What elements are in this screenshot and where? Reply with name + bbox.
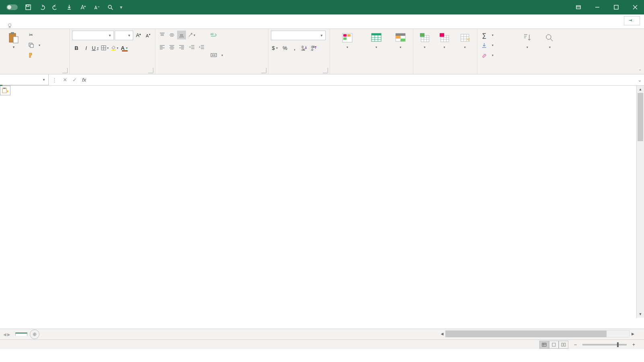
sheet-nav-next[interactable]: ▶ [7,332,10,337]
percent-format-button[interactable]: % [281,43,289,52]
svg-rect-39 [552,343,555,346]
align-top-button[interactable] [158,31,167,39]
touch-mode-button[interactable] [64,2,75,13]
font-color-button[interactable]: A▾ [120,43,129,52]
vertical-scrollbar[interactable]: ▲▼ [636,86,644,318]
svg-rect-28 [396,36,400,39]
number-format-select[interactable]: ▼ [271,31,326,40]
increase-decimal-button[interactable]: .0.00 [300,43,309,52]
redo-button[interactable] [50,2,61,13]
shrink-font-button[interactable]: A▾ [144,31,153,40]
expand-formula-bar-button[interactable]: ⌄ [635,77,644,83]
decrease-font-button[interactable] [91,2,102,13]
font-name-select[interactable]: ▼ [72,31,114,40]
conditional-formatting-button[interactable]: ▾ [332,31,363,50]
svg-rect-13 [122,50,128,51]
align-left-button[interactable] [158,43,167,51]
maximize-button[interactable] [607,0,625,14]
svg-rect-4 [614,5,618,9]
orientation-button[interactable]: ▾ [188,31,196,39]
close-button[interactable] [626,0,644,14]
svg-rect-31 [420,33,424,37]
clipboard-launcher[interactable] [62,68,68,73]
minimize-button[interactable] [588,0,606,14]
svg-rect-27 [396,33,405,36]
svg-rect-7 [11,32,14,34]
svg-rect-40 [561,343,563,346]
zoom-out-button[interactable]: − [574,342,577,348]
comma-format-button[interactable]: , [290,43,299,52]
decrease-decimal-button[interactable]: .00.0 [310,43,318,52]
collapse-ribbon-button[interactable]: ⌃ [638,69,642,73]
format-cells-button[interactable]: ▾ [455,31,475,50]
clear-button[interactable]: ▾ [480,51,515,60]
decrease-indent-button[interactable] [188,43,196,51]
font-size-select[interactable]: ▼ [115,31,133,40]
copy-button[interactable]: ▾ [27,41,43,49]
merge-center-button[interactable]: ▾ [209,51,225,60]
cell-styles-button[interactable]: ▾ [390,31,411,50]
align-center-button[interactable] [167,43,176,51]
find-select-button[interactable]: ▾ [539,31,560,50]
autosave-switch-icon [6,4,18,10]
svg-rect-22 [347,34,351,37]
align-bottom-button[interactable] [177,31,186,39]
format-painter-button[interactable] [27,51,43,60]
svg-text:ab: ab [211,33,214,35]
group-number: ▼ $▾ % , .0.00 .00.0 [268,29,330,74]
sheet-tab-bar: ◀▶ ⊕ ◀▶ [0,329,644,339]
tell-me-search[interactable] [7,23,15,29]
fill-button[interactable]: ▾ [480,41,515,49]
autosum-button[interactable]: ∑▾ [480,31,515,39]
ribbon-display-button[interactable] [569,0,587,14]
increase-indent-button[interactable] [197,43,206,51]
font-launcher[interactable] [148,68,153,73]
align-middle-button[interactable] [167,31,176,39]
borders-button[interactable]: ▾ [101,43,110,52]
grow-font-button[interactable]: A▴ [134,31,143,40]
format-as-table-button[interactable]: ▾ [364,31,389,50]
group-font: ▼ ▼ A▴ A▾ B I U▾ ▾ ▾ A▾ [70,29,155,74]
cut-button[interactable]: ✂ [27,31,43,39]
ribbon-tabs [0,14,644,29]
zoom-slider[interactable] [582,344,627,346]
share-button[interactable] [624,16,640,25]
delete-cells-button[interactable]: ▾ [436,31,454,50]
qat-customize-button[interactable]: ▾ [118,2,124,13]
sheet-nav-prev[interactable]: ◀ [3,332,6,337]
view-page-layout-button[interactable] [549,341,559,349]
view-page-break-button[interactable] [559,341,568,349]
save-button[interactable] [23,2,34,13]
paste-options-button[interactable] [0,86,10,95]
view-normal-button[interactable] [539,341,549,349]
search-icon[interactable] [105,2,116,13]
add-sheet-button[interactable]: ⊕ [30,329,39,339]
spreadsheet-grid[interactable]: ▲▼ [0,86,644,329]
align-right-button[interactable] [177,43,186,51]
wrap-text-button[interactable]: ab [209,31,225,39]
accounting-format-button[interactable]: $▾ [271,43,280,52]
bold-button[interactable]: B [72,43,81,52]
insert-cells-button[interactable]: ▾ [416,31,434,50]
lightbulb-icon [7,23,13,29]
zoom-in-button[interactable]: + [632,342,635,348]
undo-button[interactable] [36,2,47,13]
sheet-tab-active[interactable] [15,333,27,336]
svg-rect-12 [111,50,116,51]
cancel-formula-button[interactable]: ✕ [60,77,70,83]
autosave-toggle[interactable] [4,4,20,10]
group-alignment: ▾ ab ▾ [155,29,268,74]
fill-color-button[interactable]: ▾ [111,43,120,52]
paste-button[interactable]: ▼ [2,31,25,50]
number-launcher[interactable] [323,68,328,73]
enter-formula-button[interactable]: ✓ [70,77,79,83]
name-box[interactable]: ▼ [0,74,49,85]
alignment-launcher[interactable] [261,68,266,73]
increase-font-button[interactable] [77,2,89,13]
svg-rect-38 [542,343,546,346]
horizontal-scrollbar[interactable]: ◀▶ [439,331,636,337]
fx-icon[interactable]: fx [79,77,89,83]
italic-button[interactable]: I [82,43,91,52]
underline-button[interactable]: U▾ [91,43,100,52]
sort-filter-button[interactable]: ▾ [517,31,538,50]
